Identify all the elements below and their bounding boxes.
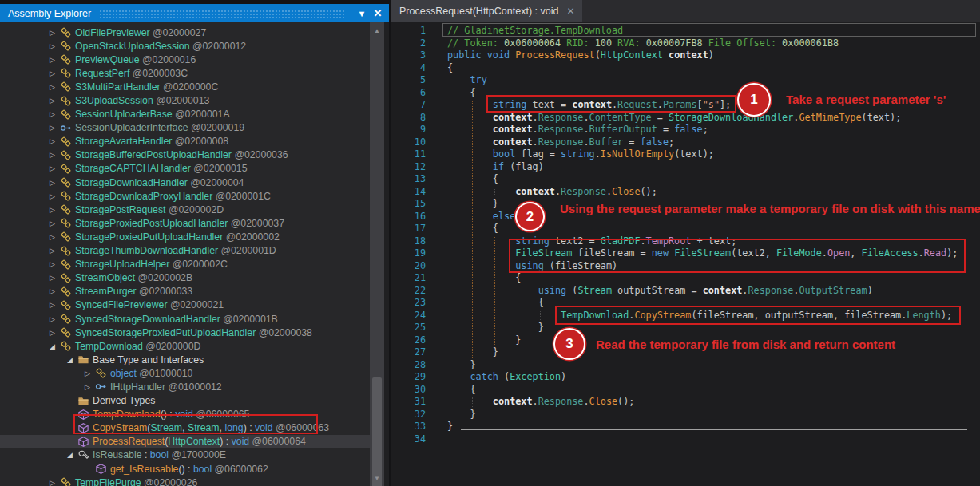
expander-collapsed-icon[interactable]: ▷	[46, 29, 58, 37]
expander-collapsed-icon[interactable]: ▷	[46, 233, 58, 241]
line-number: 11	[391, 148, 426, 161]
tree-item[interactable]: ▷S3UploadSession @02000013	[0, 93, 370, 107]
tree-item[interactable]: ▷SessionUploaderBase @0200001A	[0, 108, 370, 121]
expander-collapsed-icon[interactable]: ▷	[46, 137, 58, 145]
line-number: 7	[391, 99, 426, 112]
expander-collapsed-icon[interactable]: ▷	[46, 219, 58, 227]
expander-collapsed-icon[interactable]: ▷	[46, 287, 58, 295]
expander-expanded-icon[interactable]: ◢	[46, 342, 58, 350]
code-line: 32 }	[391, 409, 980, 421]
tree-item[interactable]: ▷IHttpHandler @01000012	[0, 380, 370, 393]
expander-collapsed-icon[interactable]: ▷	[46, 301, 58, 309]
expander-collapsed-icon[interactable]: ▷	[46, 274, 58, 282]
line-number: 22	[391, 285, 426, 298]
tree-scrollbar[interactable]: ▲ ▼	[370, 22, 384, 486]
class-icon	[58, 53, 73, 65]
panel-close-icon[interactable]: ✕	[370, 4, 386, 22]
expander-expanded-icon[interactable]: ◢	[64, 356, 76, 364]
tree-item-label: StorageCAPTCHAHandler @02000015	[73, 163, 248, 174]
tree-item[interactable]: ▷StorageBufferedPostUploadHandler @02000…	[0, 148, 370, 162]
code-editor[interactable]: 1// GladinetStorage.TempDownload2// Toke…	[391, 22, 980, 486]
tree-item[interactable]: ▷StorageCAPTCHAHandler @02000015	[0, 162, 370, 176]
expander-collapsed-icon[interactable]: ▷	[46, 315, 58, 323]
scroll-down-icon[interactable]: ▼	[370, 472, 384, 484]
tree-item-label: PreviewQueue @02000016	[73, 54, 196, 65]
expander-collapsed-icon[interactable]: ▷	[46, 260, 58, 268]
expander-expanded-icon[interactable]: ◢	[64, 451, 76, 459]
tree-item[interactable]: ▷StreamObject @0200002B	[0, 271, 370, 285]
expander-collapsed-icon[interactable]: ▷	[46, 83, 58, 91]
tree-item[interactable]: ▷StorageProxiedPostUploadHandler @020000…	[0, 216, 370, 230]
tree-item[interactable]: TempDownload() : void @06000065	[0, 408, 370, 421]
expander-collapsed-icon[interactable]: ▷	[46, 164, 58, 172]
tree-item[interactable]: get_IsReusable() : bool @06000062	[0, 462, 370, 476]
class-icon	[58, 326, 73, 338]
assembly-explorer-titlebar[interactable]: Assembly Explorer ▼ ✕	[0, 4, 389, 22]
tree-item[interactable]: ▷SyncedFilePreviewer @02000021	[0, 298, 370, 312]
expander-collapsed-icon[interactable]: ▷	[46, 97, 58, 105]
tab-processrequest[interactable]: ProcessRequest(HttpContext) : void ✕	[391, 0, 582, 22]
tree-item[interactable]: ◢Base Type and Interfaces	[0, 353, 370, 366]
expander-collapsed-icon[interactable]: ▷	[81, 383, 93, 391]
dnspy-window: Assembly Explorer ▼ ✕ ▷OldFilePreviewer …	[0, 0, 980, 486]
tree-item[interactable]: ▷StorageAvartaHandler @02000008	[0, 135, 370, 148]
expander-collapsed-icon[interactable]: ▷	[81, 369, 93, 377]
tree-item[interactable]: ▷OpenStackUploadSession @02000012	[0, 39, 370, 53]
tree-item[interactable]: ▷SessionUploaderInterface @02000019	[0, 121, 370, 135]
class-icon	[58, 40, 73, 52]
code-line: 12 if (flag)	[391, 161, 980, 174]
line-number: 31	[391, 396, 426, 409]
tree-item[interactable]: ▷StreamPurger @02000033	[0, 285, 370, 298]
tree-item[interactable]: ProcessRequest(HttpContext) : void @0600…	[0, 435, 370, 448]
tree-item[interactable]: ▷StorageThumbDownloadHandler @0200001D	[0, 244, 370, 258]
tree-item[interactable]: CopyStream(Stream, Stream, long) : void …	[0, 421, 370, 435]
tab-label: ProcessRequest(HttpContext) : void	[399, 6, 558, 17]
tree-item[interactable]: ▷StorageUploadHelper @0200002C	[0, 258, 370, 271]
code-line: 25 }	[391, 322, 980, 334]
tree-item[interactable]: ▷StorageDownloadProxyHandler @0200001C	[0, 189, 370, 203]
expander-collapsed-icon[interactable]: ▷	[46, 192, 58, 200]
panel-menu-chevron-icon[interactable]: ▼	[354, 4, 370, 22]
tree-item[interactable]: ▷SyncedStorageDownloadHandler @0200001B	[0, 312, 370, 326]
expander-collapsed-icon[interactable]: ▷	[46, 151, 58, 159]
class-icon	[58, 476, 73, 486]
interface-icon	[58, 122, 73, 134]
line-number: 16	[391, 211, 426, 223]
code-line: 21 {	[391, 272, 980, 285]
line-number: 30	[391, 384, 426, 397]
tree-item[interactable]: ▷TempFilePurge @02000026	[0, 476, 370, 486]
tree-item[interactable]: ▷PreviewQueue @02000016	[0, 53, 370, 66]
tree-item-label: StorageThumbDownloadHandler @0200001D	[73, 245, 276, 256]
tree-item[interactable]: ▷S3MultiPartHandler @0200000C	[0, 80, 370, 93]
expander-collapsed-icon[interactable]: ▷	[46, 124, 58, 132]
expander-collapsed-icon[interactable]: ▷	[46, 479, 58, 486]
expander-collapsed-icon[interactable]: ▷	[46, 206, 58, 214]
tree-item[interactable]: ▷StorageProxiedPutUploadHandler @0200000…	[0, 230, 370, 243]
tree-item[interactable]: ▷StorageDownloadHandler @02000004	[0, 176, 370, 189]
expander-collapsed-icon[interactable]: ▷	[46, 56, 58, 64]
tree-item[interactable]: ▷SyncedStorageProxiedPutUploadHandler @0…	[0, 326, 370, 339]
tree-item-label: StorageAvartaHandler @02000008	[73, 136, 228, 147]
line-number: 18	[391, 235, 426, 248]
tab-close-icon[interactable]: ✕	[566, 6, 574, 17]
document-area: ProcessRequest(HttpContext) : void ✕ 1//…	[391, 0, 980, 486]
scroll-up-icon[interactable]: ▲	[370, 24, 384, 37]
tree-item[interactable]: ▷object @01000010	[0, 366, 370, 380]
expander-collapsed-icon[interactable]: ▷	[46, 329, 58, 337]
tree-item[interactable]: ▷StoragePostRequest @0200002D	[0, 203, 370, 216]
expander-collapsed-icon[interactable]: ▷	[46, 69, 58, 77]
folder-icon	[76, 395, 91, 407]
tree-item-label: StreamObject @0200002B	[73, 272, 192, 283]
tree-item[interactable]: ▷OldFilePreviewer @02000027	[0, 26, 370, 39]
expander-collapsed-icon[interactable]: ▷	[46, 110, 58, 118]
tree-item[interactable]: ▷RequestPerf @0200003C	[0, 66, 370, 80]
line-number: 27	[391, 346, 426, 359]
scrollbar-thumb[interactable]	[372, 377, 382, 486]
tree-item[interactable]: Derived Types	[0, 394, 370, 408]
expander-collapsed-icon[interactable]: ▷	[46, 42, 58, 50]
expander-collapsed-icon[interactable]: ▷	[46, 247, 58, 255]
class-icon	[58, 231, 73, 243]
tree-item[interactable]: ◢TempDownload @0200000D	[0, 339, 370, 353]
tree-item[interactable]: ◢IsReusable : bool @1700000E	[0, 448, 370, 462]
expander-collapsed-icon[interactable]: ▷	[46, 179, 58, 187]
